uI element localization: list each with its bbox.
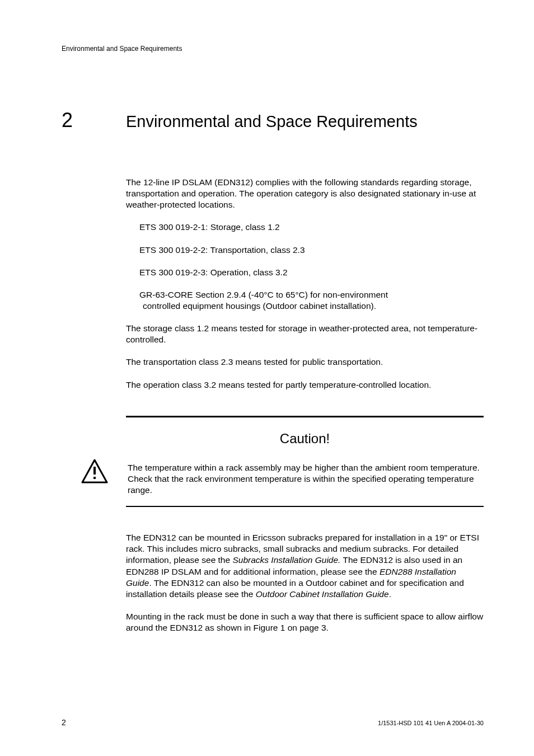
- page-footer: 2 1/1531-HSD 101 41 Uen A 2004-01-30: [62, 718, 484, 727]
- italic-reference: Outdoor Cabinet Installation Guide: [256, 589, 389, 599]
- list-item: ETS 300 019-2-3: Operation, class 3.2: [126, 267, 484, 278]
- caution-text: The temperature within a rack assembly m…: [125, 462, 484, 496]
- svg-rect-0: [93, 467, 96, 475]
- text-run: .: [389, 589, 391, 599]
- list-item: ETS 300 019-2-1: Storage, class 1.2: [126, 222, 484, 233]
- list-item: GR-63-CORE Section 2.9.4 (-40°C to 65°C)…: [126, 289, 484, 312]
- document-id: 1/1531-HSD 101 41 Uen A 2004-01-30: [378, 720, 484, 726]
- body-paragraph: The transportation class 2.3 means teste…: [126, 356, 484, 368]
- section-title-row: 2 Environmental and Space Requirements: [62, 109, 484, 132]
- svg-rect-1: [93, 477, 96, 479]
- bullet-list: ETS 300 019-2-1: Storage, class 1.2 ETS …: [126, 222, 484, 312]
- body-paragraph: The storage class 1.2 means tested for s…: [126, 323, 484, 345]
- list-item-line1: GR-63-CORE Section 2.9.4 (-40°C to 65°C)…: [139, 290, 388, 299]
- list-item: ETS 300 019-2-2: Transportation, class 2…: [126, 245, 484, 256]
- italic-reference: Subracks Installation Guide.: [232, 555, 340, 565]
- body-paragraph: The operation class 3.2 means tested for…: [126, 379, 484, 391]
- caution-rule-top: [126, 416, 484, 417]
- content-body: The 12-line IP DSLAM (EDN312) complies w…: [126, 177, 484, 633]
- page-number: 2: [62, 718, 66, 727]
- caution-box: Caution! The temperature within a rack a…: [126, 416, 484, 507]
- body-paragraph: The EDN312 can be mounted in Ericsson su…: [126, 532, 484, 600]
- caution-rule-bottom: [126, 506, 484, 507]
- warning-icon: [81, 459, 108, 486]
- section-title: Environmental and Space Requirements: [126, 112, 418, 131]
- intro-paragraph: The 12-line IP DSLAM (EDN312) complies w…: [126, 177, 484, 210]
- page-header-breadcrumb: Environmental and Space Requirements: [62, 45, 484, 53]
- list-item-line2: controlled equipment housings (Outdoor c…: [139, 300, 484, 312]
- section-number: 2: [62, 109, 126, 132]
- caution-heading: Caution!: [126, 431, 484, 447]
- body-paragraph: Mounting in the rack must be done in suc…: [126, 611, 484, 633]
